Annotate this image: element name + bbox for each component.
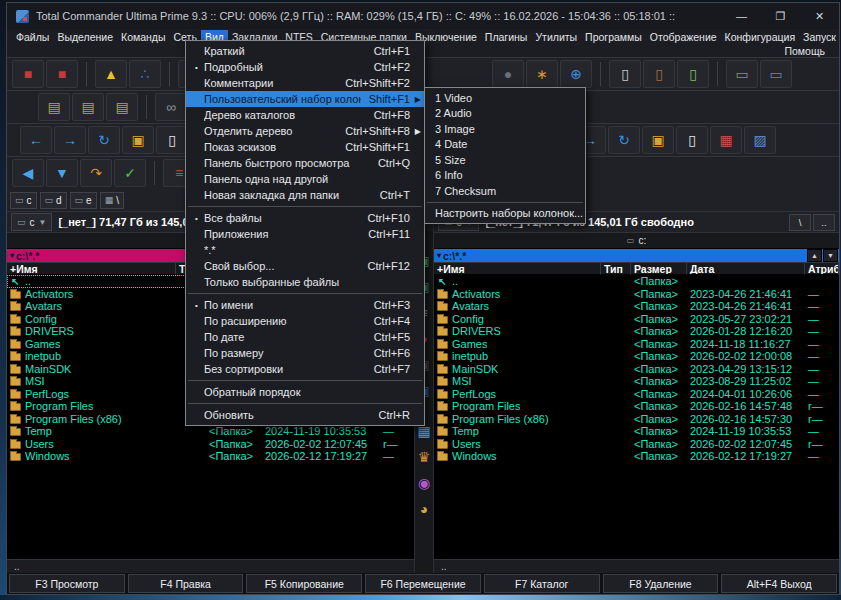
file-row[interactable]: DRIVERS<Папка>2026-01-28 12:16:20— (434, 325, 839, 338)
users-group-button[interactable]: ◕ (416, 501, 432, 517)
fkey-button[interactable]: F5 Копирование (246, 574, 362, 593)
right-parent-button[interactable]: .. (813, 214, 835, 231)
file-row[interactable]: Users<Папка>2026-02-02 12:07:45r— (434, 438, 839, 451)
crown-orange-button[interactable]: ♛ (416, 449, 432, 465)
clipboard-check-button[interactable]: ▯ (677, 60, 709, 88)
file-row[interactable]: Avatars<Папка>2023-04-26 21:46:41— (434, 300, 839, 313)
stop-red-2-button[interactable]: ■ (46, 60, 78, 88)
column-header-date[interactable]: Дата (687, 262, 805, 275)
right-sort-down-button[interactable]: ▼ (823, 249, 838, 262)
menu-item[interactable]: Без сортировкиCtrl+F7 (186, 361, 424, 377)
fkey-button[interactable]: F4 Правка (128, 574, 244, 593)
column-header-type[interactable]: Тип (601, 262, 631, 275)
submenu-item[interactable]: 5 Size (425, 152, 585, 168)
truck-blue-button[interactable]: ▭ (760, 60, 792, 88)
menu-item[interactable]: •По имениCtrl+F3 (186, 297, 424, 313)
fkey-button[interactable]: Alt+F4 Выход (721, 574, 837, 593)
right-sort-up-button[interactable]: ▲ (807, 249, 822, 262)
menu-Плагины[interactable]: Плагины (481, 30, 532, 44)
menu-item[interactable]: Пользовательский набор колонокShift+F1▶ (186, 91, 424, 107)
truck-green-button[interactable]: ▭ (726, 60, 758, 88)
refresh-button[interactable]: ↻ (88, 126, 120, 154)
menu-item[interactable]: По датеCtrl+F5 (186, 329, 424, 345)
menu-item[interactable]: По размеруCtrl+F6 (186, 345, 424, 361)
prev-triangle-button[interactable]: ◀ (12, 159, 44, 187)
clipboard-button[interactable]: ▯ (609, 60, 641, 88)
blue-dots-button[interactable]: ∴ (129, 60, 161, 88)
package-2-button[interactable]: ▤ (72, 93, 104, 121)
file-row[interactable]: ↖..<Папка> (434, 275, 839, 288)
menu-item[interactable]: Панель быстрого просмотраCtrl+Q (186, 155, 424, 171)
column-header-name[interactable]: +Имя (434, 262, 601, 275)
submenu-item[interactable]: 2 Audio (425, 106, 585, 122)
forward-arrow-button[interactable]: → (54, 126, 86, 154)
menu-item[interactable]: Новая закладка для папкиCtrl+T (186, 187, 424, 203)
file-row[interactable]: MSI<Папка>2023-08-29 11:25:02— (434, 375, 839, 388)
menu-Запуск[interactable]: Запуск (799, 30, 840, 44)
menu-help[interactable]: Помощь (780, 44, 829, 58)
package-3-button[interactable]: ▤ (106, 93, 138, 121)
check-green-button[interactable]: ✓ (114, 159, 146, 187)
close-button[interactable]: ✕ (800, 3, 839, 29)
drive-button-\[interactable]: ▦\ (100, 192, 124, 209)
column-header-size[interactable]: Размер (631, 262, 687, 275)
submenu-item[interactable]: 4 Date (425, 137, 585, 153)
file-row[interactable]: inetpub<Папка>2026-02-02 12:00:08— (434, 350, 839, 363)
warning-triangle-button[interactable]: ▲ (95, 60, 127, 88)
menu-item[interactable]: Отделить деревоCtrl+Shift+F8▶ (186, 123, 424, 139)
file-row[interactable]: Activators<Папка>2023-04-26 21:46:41— (434, 288, 839, 301)
menu-item[interactable]: ПриложенияCtrl+F11 (186, 226, 424, 242)
folder-yellow-r-button[interactable]: ▣ (642, 126, 674, 154)
menu-item[interactable]: Дерево каталоговCtrl+F8 (186, 107, 424, 123)
folder-yellow-button[interactable]: ▣ (122, 126, 154, 154)
color-wheel-button[interactable]: ◉ (416, 475, 432, 491)
menu-Файлы[interactable]: Файлы (12, 30, 53, 44)
menu-Программы[interactable]: Программы (581, 30, 646, 44)
file-row[interactable]: PerfLogs<Папка>2024-04-01 10:26:06— (434, 388, 839, 401)
menu-item[interactable]: Панель одна над другой (186, 171, 424, 187)
fkey-button[interactable]: F3 Просмотр (9, 574, 125, 593)
file-row[interactable]: Games<Папка>2024-11-18 11:16:27— (434, 338, 839, 351)
submenu-item[interactable]: 6 Info (425, 168, 585, 184)
menu-item[interactable]: •ПодробныйCtrl+F2 (186, 59, 424, 75)
star-orange-button[interactable]: ∗ (526, 60, 558, 88)
file-row[interactable]: Users<Папка>2026-02-02 12:07:45r— (7, 438, 414, 451)
calendar-red-r-button[interactable]: ▦ (710, 126, 742, 154)
submenu-item[interactable]: 1 Video (425, 90, 585, 106)
file-row[interactable]: Windows<Папка>2026-02-12 17:19:27— (434, 450, 839, 463)
menu-Отображение[interactable]: Отображение (646, 30, 721, 44)
file-row[interactable]: Windows<Папка>2026-02-12 17:19:27— (7, 450, 414, 463)
menu-item[interactable]: КомментарииCtrl+Shift+F2 (186, 75, 424, 91)
menu-item[interactable]: *.* (186, 242, 424, 258)
drive-button-c[interactable]: ▭c (10, 192, 37, 209)
down-chevron-button[interactable]: ▼ (46, 159, 78, 187)
fkey-button[interactable]: F6 Перемещение (365, 574, 481, 593)
menu-item[interactable]: Показ эскизовCtrl+Shift+F1 (186, 139, 424, 155)
back-arrow-button[interactable]: ← (20, 126, 52, 154)
column-header-attr[interactable]: Атрибуты (805, 262, 839, 275)
submenu-configure-item[interactable]: Настроить наборы колонок... (425, 206, 585, 222)
menu-item[interactable]: Обратный порядок (186, 384, 424, 400)
right-path-bar[interactable]: ▾ c:\*.* ▲ ▼ (434, 249, 839, 262)
right-tab-bar[interactable]: ▭ c: (434, 233, 839, 249)
package-button[interactable]: ▤ (38, 93, 70, 121)
menu-item[interactable]: По расширениюCtrl+F4 (186, 313, 424, 329)
menu-item[interactable]: КраткийCtrl+F1 (186, 43, 424, 59)
drive-button-d[interactable]: ▭d (40, 192, 67, 209)
drive-button-e[interactable]: ▭e (70, 192, 97, 209)
right-root-button[interactable]: \ (789, 214, 811, 231)
menu-item[interactable]: •Все файлыCtrl+F10 (186, 210, 424, 226)
left-drive-combobox[interactable]: ▭ c ▼ (11, 213, 52, 231)
clipboard-copy-button[interactable]: ▯ (643, 60, 675, 88)
file-row[interactable]: Program Files (x86)<Папка>2026-02-16 14:… (434, 413, 839, 426)
submenu-item[interactable]: 7 Checksum (425, 183, 585, 199)
minimize-button[interactable]: — (722, 3, 761, 29)
submenu-item[interactable]: 3 Image (425, 121, 585, 137)
new-file-button[interactable]: ▯ (156, 126, 188, 154)
menu-item[interactable]: Свой выбор...Ctrl+F12 (186, 258, 424, 274)
chain-broken-button[interactable]: ∞ (155, 93, 187, 121)
new-file-r-button[interactable]: ▯ (676, 126, 708, 154)
column-header-name[interactable]: +Имя (7, 262, 176, 275)
menu-Команды[interactable]: Команды (117, 30, 170, 44)
fkey-button[interactable]: F8 Удаление (603, 574, 719, 593)
